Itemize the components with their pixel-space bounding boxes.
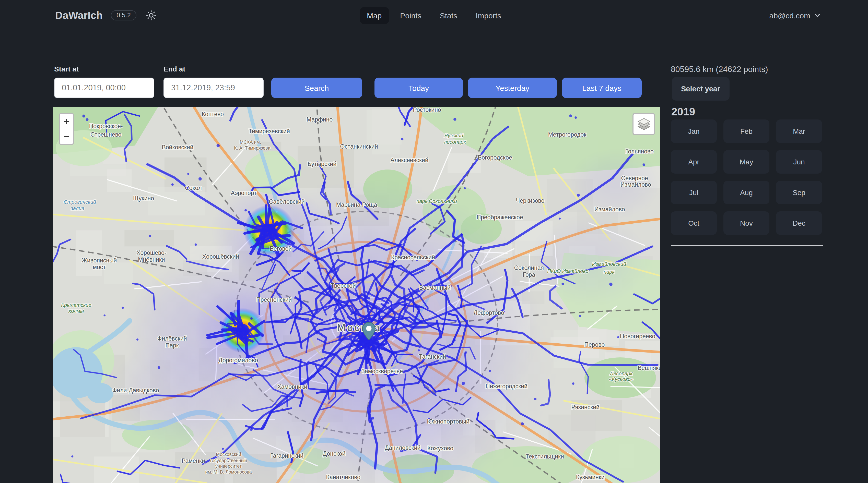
- map-label: Метрогородок: [548, 131, 587, 138]
- month-button-sep[interactable]: Sep: [776, 181, 822, 204]
- layers-icon: [637, 118, 651, 131]
- map-label: Марьина Роща: [336, 201, 377, 208]
- zoom-in-button[interactable]: +: [60, 114, 73, 129]
- user-email: ab@cd.com: [769, 11, 810, 20]
- map-label: Крылатские: [61, 302, 91, 308]
- end-at-input[interactable]: [163, 77, 264, 98]
- month-button-dec[interactable]: Dec: [776, 212, 822, 235]
- map-label: Марфино: [307, 116, 333, 123]
- tab-points[interactable]: Points: [393, 7, 428, 24]
- map-canvas[interactable]: РостокиноКоптевоПокровское-СтрешневоМарф…: [53, 107, 660, 483]
- map-label: Раменки: [182, 457, 205, 464]
- map-label: Филёвский: [157, 335, 187, 342]
- tab-imports[interactable]: Imports: [468, 7, 508, 24]
- map-label: Замоскворечье: [361, 368, 403, 375]
- user-menu[interactable]: ab@cd.com: [769, 0, 821, 31]
- navbar: DaWarIch 0.5.2 Map Points Stats Imports: [0, 0, 868, 31]
- map-label: Щукино: [133, 195, 154, 202]
- month-button-feb[interactable]: Feb: [723, 120, 769, 143]
- map-label: Беговой: [270, 245, 292, 252]
- zoom-out-button[interactable]: −: [60, 129, 73, 144]
- tab-map[interactable]: Map: [360, 7, 389, 24]
- start-at-label: Start at: [54, 65, 79, 73]
- month-button-oct[interactable]: Oct: [671, 212, 717, 235]
- map-label: парк: [603, 269, 615, 275]
- map-label: Яузский: [444, 133, 463, 138]
- map-label: мост: [93, 264, 106, 270]
- map-label: Ростокино: [413, 107, 441, 113]
- map-label: лесопарк: [444, 139, 466, 145]
- map-label: Текстильщики: [525, 453, 564, 460]
- tab-stats[interactable]: Stats: [433, 7, 464, 24]
- map-label: холмы: [68, 308, 84, 314]
- map-label: Канатчиково: [326, 474, 361, 480]
- zoom-control: + −: [59, 113, 74, 145]
- brand-group: DaWarIch 0.5.2: [55, 0, 158, 31]
- search-button[interactable]: Search: [271, 77, 362, 98]
- sun-icon: [146, 10, 156, 21]
- map-label: государственный: [210, 458, 247, 463]
- app-logo[interactable]: DaWarIch: [55, 9, 103, 21]
- month-button-apr[interactable]: Apr: [671, 150, 717, 173]
- month-grid: Jan Feb Mar Apr May Jun Jul Aug Sep Oct …: [671, 120, 822, 235]
- month-button-jun[interactable]: Jun: [776, 150, 822, 173]
- map-label: им. М. В. Ломоносова: [206, 470, 252, 475]
- map-label: Московский: [216, 452, 241, 457]
- map-label: Красносельский: [391, 254, 435, 261]
- map-label: Измайлово: [594, 206, 625, 213]
- map-label: Перово: [585, 341, 605, 348]
- map-label: Стрешнево: [90, 131, 121, 138]
- map-label: Коптево: [202, 111, 224, 118]
- end-at-label: End at: [163, 65, 185, 73]
- last-7-days-button[interactable]: Last 7 days: [562, 77, 642, 98]
- month-button-aug[interactable]: Aug: [723, 181, 769, 204]
- map-label: Преображенское: [477, 214, 523, 221]
- today-button[interactable]: Today: [374, 77, 463, 98]
- map-label: Измайлово: [620, 181, 651, 188]
- map-label: Фили-Давыдково: [113, 387, 159, 394]
- month-button-may[interactable]: May: [723, 150, 769, 173]
- map-label: Басманный: [419, 284, 451, 291]
- sidebar-divider: [671, 245, 823, 246]
- map-label: Пресненский: [256, 296, 292, 303]
- map-label: Сокол: [185, 185, 202, 191]
- map-label: Останкинский: [340, 143, 378, 150]
- map-label: Рязанский: [571, 404, 599, 411]
- map-label: Мнёвники: [138, 256, 165, 263]
- map-label: Савёловский: [269, 198, 305, 205]
- map-label: Лефортово: [474, 310, 504, 316]
- map-label: ПКиО Измайлово: [547, 268, 588, 274]
- map-label: парк Сокольники: [416, 198, 457, 204]
- location-marker-pin[interactable]: [362, 321, 376, 342]
- map-label: университет: [215, 463, 242, 469]
- map-label: Даниловский: [385, 445, 421, 451]
- month-button-jul[interactable]: Jul: [671, 181, 717, 204]
- map-label: Бутырский: [308, 161, 336, 167]
- chevron-down-icon: [814, 12, 821, 19]
- map-label: Парк: [165, 342, 179, 349]
- app-root: DaWarIch 0.5.2 Map Points Stats Imports: [0, 0, 868, 483]
- map-label: Тверской: [331, 282, 356, 289]
- start-at-input[interactable]: [54, 77, 154, 98]
- map-label: Вешняки: [638, 364, 660, 371]
- map-label: Строгинский: [64, 199, 96, 205]
- theme-toggle-button[interactable]: [145, 9, 158, 22]
- map-label: Войковский: [162, 144, 193, 151]
- map-label: Тимирязевский: [249, 128, 290, 134]
- map-label: Гора: [523, 271, 535, 278]
- select-year-button[interactable]: Select year: [672, 77, 729, 101]
- month-button-mar[interactable]: Mar: [776, 120, 822, 143]
- month-button-jan[interactable]: Jan: [671, 120, 717, 143]
- map-label: К. А. Тимирязева: [234, 146, 271, 151]
- map-label: Живописный: [82, 257, 117, 264]
- main-nav: Map Points Stats Imports: [360, 0, 508, 31]
- year-heading: 2019: [671, 106, 695, 118]
- map-label: Гольяново: [625, 148, 654, 155]
- map-label: Таганский: [419, 353, 446, 360]
- yesterday-button[interactable]: Yesterday: [468, 77, 557, 98]
- month-button-nov[interactable]: Nov: [723, 212, 769, 235]
- map-label: Покровское-: [89, 123, 123, 129]
- map-label: Хорошёвский: [202, 253, 239, 260]
- layers-control-button[interactable]: [632, 113, 655, 135]
- map-label: Донской: [323, 450, 346, 457]
